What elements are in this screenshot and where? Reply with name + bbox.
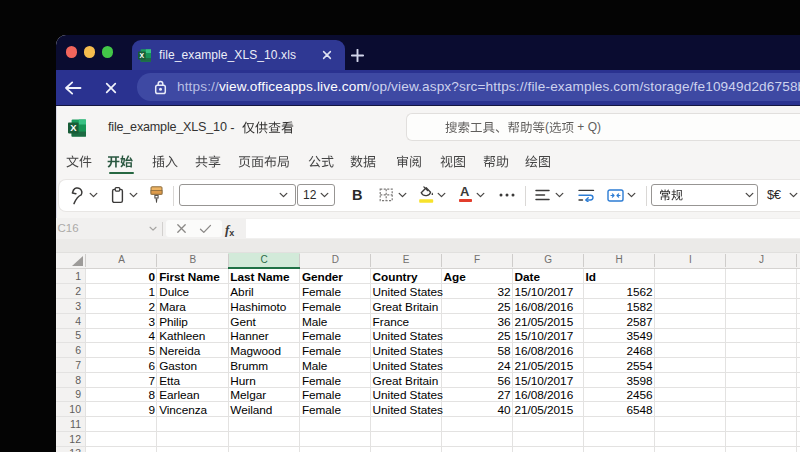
svg-text:X: X — [140, 51, 145, 58]
svg-text:X: X — [70, 122, 77, 133]
